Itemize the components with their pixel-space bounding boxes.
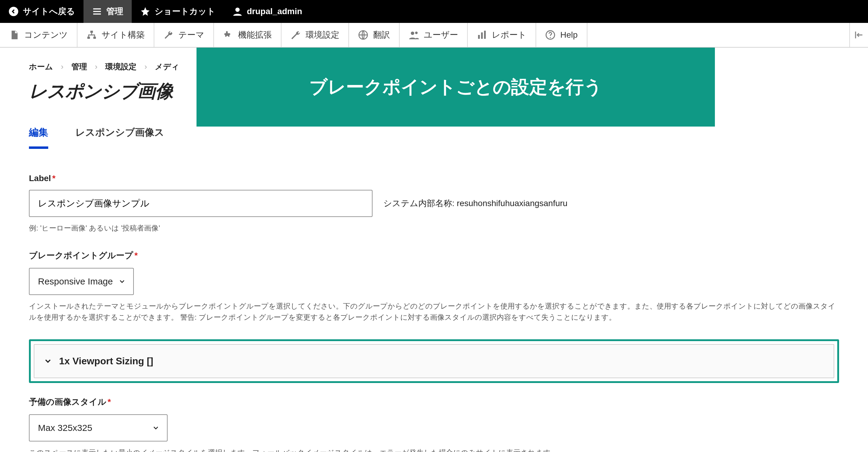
primary-tabs: 編集 レスポンシブ画像ス	[29, 126, 839, 150]
toolbar-translate-label: 翻訳	[373, 29, 390, 41]
fallback-selected: Max 325x325	[38, 423, 92, 433]
breadcrumb-sep: ›	[144, 62, 147, 71]
chevron-down-icon	[118, 278, 126, 285]
field-label-label-text: Label	[29, 173, 51, 183]
user-label: drupal_admin	[247, 7, 302, 16]
toolbar-appearance-label: テーマ	[179, 29, 204, 41]
fallback-select[interactable]: Max 325x325	[29, 414, 167, 442]
toolbar-spacer	[587, 23, 850, 47]
svg-rect-12	[481, 33, 483, 39]
field-label: Label* システム内部名称: resuhonshifuhuaxiangsan…	[29, 173, 839, 233]
toolbar-help[interactable]: Help	[536, 23, 587, 47]
toolbar-content[interactable]: コンテンツ	[0, 23, 78, 47]
toolbar-help-label: Help	[560, 30, 578, 40]
wrench-icon	[163, 30, 174, 40]
machine-name-value: resuhonshifuhuaxiangsanfuru	[457, 199, 567, 208]
breadcrumb-item[interactable]: 環境設定	[105, 62, 136, 72]
breadcrumb-sep: ›	[95, 62, 98, 71]
svg-point-9	[411, 32, 414, 35]
document-icon	[9, 30, 19, 40]
breakpoint-group-label-text: ブレークポイントグループ	[29, 251, 133, 260]
star-icon	[140, 6, 150, 17]
viewport-sizing-details-highlight: 1x Viewport Sizing []	[29, 339, 839, 383]
wrench2-icon	[290, 30, 301, 40]
responsive-image-style-form: Label* システム内部名称: resuhonshifuhuaxiangsan…	[29, 173, 839, 452]
toolbar-appearance[interactable]: テーマ	[154, 23, 214, 47]
tab-edit[interactable]: 編集	[29, 126, 48, 149]
svg-rect-7	[93, 37, 96, 39]
required-marker: *	[134, 251, 138, 260]
field-breakpoint-group: ブレークポイントグループ* Responsive Image インストールされた…	[29, 250, 839, 323]
field-label-label: Label*	[29, 173, 839, 183]
svg-point-10	[415, 32, 418, 34]
shortcuts-label: ショートカット	[155, 6, 216, 17]
chevron-left-circle-icon	[8, 6, 19, 17]
puzzle-icon	[223, 30, 233, 40]
toolbar-people-label: ユーザー	[424, 29, 458, 41]
breakpoint-group-label: ブレークポイントグループ*	[29, 250, 839, 261]
toolbar-content-label: コンテンツ	[24, 29, 68, 41]
machine-name-prefix: システム内部名称:	[383, 199, 457, 208]
svg-rect-5	[90, 31, 93, 33]
fallback-label: 予備の画像スタイル*	[29, 396, 839, 408]
collapse-icon	[854, 30, 864, 40]
people-icon	[409, 30, 419, 40]
overlay-banner-text: ブレークポイントごとの設定を行う	[309, 75, 602, 99]
globe-icon	[358, 30, 368, 40]
fallback-label-text: 予備の画像スタイル	[29, 397, 106, 407]
breakpoint-group-selected: Responsive Image	[38, 276, 113, 287]
toolbar-reports[interactable]: レポート	[468, 23, 536, 47]
admin-top-bar: サイトへ戻る 管理 ショートカット drupal_admin	[0, 0, 868, 23]
svg-point-15	[550, 37, 551, 38]
required-marker: *	[107, 397, 111, 407]
back-to-site[interactable]: サイトへ戻る	[0, 0, 84, 23]
breadcrumb-item[interactable]: 管理	[71, 62, 87, 72]
field-fallback-style: 予備の画像スタイル* Max 325x325 このスペースに表示したい最小のイメ…	[29, 396, 839, 452]
help-icon	[545, 30, 555, 40]
toolbar-config[interactable]: 環境設定	[281, 23, 349, 47]
toolbar-config-label: 環境設定	[306, 29, 339, 41]
toolbar-extend-label: 機能拡張	[238, 29, 272, 41]
viewport-sizing-summary-text: 1x Viewport Sizing []	[59, 356, 153, 367]
chevron-down-icon	[152, 424, 160, 432]
machine-name: システム内部名称: resuhonshifuhuaxiangsanfuru	[383, 198, 567, 209]
svg-point-4	[236, 7, 240, 12]
toolbar-structure-label: サイト構築	[101, 29, 145, 41]
tab-list[interactable]: レスポンシブ画像ス	[75, 126, 164, 149]
svg-rect-11	[478, 35, 480, 39]
required-marker: *	[52, 173, 56, 183]
breadcrumb-item[interactable]: メディ	[155, 62, 179, 72]
label-input[interactable]	[29, 190, 373, 217]
viewport-sizing-details: 1x Viewport Sizing []	[34, 344, 834, 378]
svg-rect-6	[87, 37, 90, 39]
manage-toggle[interactable]: 管理	[84, 0, 132, 23]
breadcrumb-item[interactable]: ホーム	[29, 62, 53, 72]
svg-point-0	[9, 7, 18, 16]
admin-toolbar: コンテンツ サイト構築 テーマ 機能拡張 環境設定 翻訳 ユーザー レポート H…	[0, 23, 868, 47]
shortcuts[interactable]: ショートカット	[132, 0, 224, 23]
viewport-sizing-summary[interactable]: 1x Viewport Sizing []	[34, 345, 834, 378]
chevron-down-icon	[43, 356, 53, 365]
label-help: 例: 'ヒーロー画像' あるいは '投稿者画像'	[29, 222, 839, 233]
toolbar-collapse[interactable]	[850, 23, 868, 47]
fallback-help: このスペースに表示したい最小のイメージスタイルを選択します。フォールバックイメー…	[29, 447, 839, 452]
overlay-banner: ブレークポイントごとの設定を行う	[196, 47, 715, 127]
toolbar-extend[interactable]: 機能拡張	[214, 23, 281, 47]
breakpoint-group-help: インストールされたテーマとモジュールからブレークポイントグループを選択してくださ…	[29, 300, 839, 323]
breakpoint-group-select[interactable]: Responsive Image	[29, 268, 134, 295]
hamburger-icon	[92, 6, 102, 17]
toolbar-people[interactable]: ユーザー	[400, 23, 468, 47]
back-to-site-label: サイトへ戻る	[23, 6, 75, 17]
user-icon	[232, 6, 243, 17]
toolbar-reports-label: レポート	[492, 29, 527, 41]
breadcrumb-sep: ›	[61, 62, 64, 71]
svg-rect-13	[484, 31, 486, 39]
main-content: ブレークポイントごとの設定を行う ホーム › 管理 › 環境設定 › メディ レ…	[0, 47, 868, 452]
structure-icon	[87, 30, 97, 40]
user-account[interactable]: drupal_admin	[224, 0, 311, 23]
chart-icon	[477, 30, 487, 40]
toolbar-translate[interactable]: 翻訳	[349, 23, 400, 47]
toolbar-structure[interactable]: サイト構築	[78, 23, 154, 47]
manage-label: 管理	[106, 6, 123, 17]
